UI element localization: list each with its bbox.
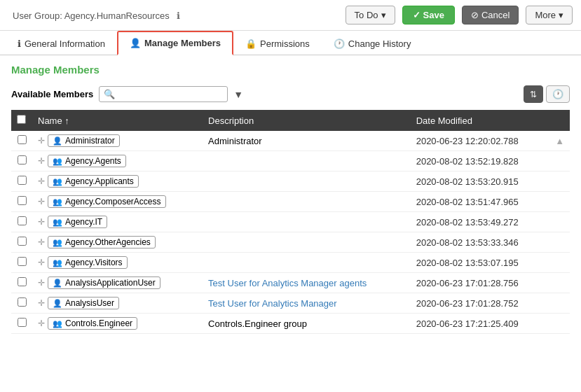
row-name-cell: ✛👥Agency.Agents — [32, 151, 203, 172]
row-name-cell: ✛👥Agency.OtherAgencies — [32, 232, 203, 253]
available-members-label: Available Members — [11, 89, 93, 99]
drag-handle-icon[interactable]: ✛ — [38, 298, 45, 308]
row-name-cell: ✛👥Agency.Applicants — [32, 172, 203, 192]
group-member-tag[interactable]: 👥Agency.Applicants — [48, 175, 139, 188]
row-checkbox[interactable] — [18, 216, 27, 225]
row-checkbox-cell — [11, 151, 32, 172]
drag-handle-icon[interactable]: ✛ — [38, 176, 45, 186]
table-row: ✛👥Agency.Visitors2020-08-02 13:53:07.195 — [11, 253, 570, 273]
row-action-cell — [549, 192, 570, 212]
description-link[interactable]: Test User for Analytics Manager agents — [208, 278, 367, 288]
row-description-cell — [203, 253, 411, 273]
user-member-tag[interactable]: 👤AnalysisUser — [48, 297, 119, 309]
row-action-cell — [549, 253, 570, 273]
row-description-cell — [203, 212, 411, 232]
drag-handle-icon[interactable]: ✛ — [38, 217, 45, 227]
sort-button[interactable]: ⇅ — [524, 85, 543, 103]
row-description-cell: Test User for Analytics Manager agents — [203, 273, 411, 293]
group-member-tag[interactable]: 👥Controls.Engineer — [48, 317, 137, 330]
drag-handle-icon[interactable]: ✛ — [38, 278, 45, 288]
group-member-tag[interactable]: 👥Agency.OtherAgencies — [48, 236, 156, 248]
name-column-header[interactable]: Name ↑ — [32, 110, 203, 131]
row-checkbox[interactable] — [18, 257, 27, 266]
member-name: Agency.IT — [65, 217, 102, 227]
row-date-cell: 2020-08-02 13:53:33.346 — [411, 232, 549, 253]
tab-permissions[interactable]: 🔒 Permissions — [233, 31, 322, 55]
table-row: ✛👥Agency.OtherAgencies2020-08-02 13:53:3… — [11, 232, 570, 253]
row-checkbox[interactable] — [18, 135, 27, 144]
drag-handle-icon[interactable]: ✛ — [38, 318, 45, 328]
table-row: ✛👤AnalysisApplicationUserTest User for A… — [11, 273, 570, 293]
members-table: Name ↑ Description Date Modified ✛👤Admin… — [11, 110, 570, 334]
description-text: Controls.Engineer group — [208, 318, 307, 329]
filter-icon[interactable]: ▼ — [233, 89, 243, 100]
group-member-tag[interactable]: 👥Agency.Agents — [48, 155, 126, 167]
tab-change-history[interactable]: 🕐 Change History — [322, 31, 423, 55]
drag-handle-icon[interactable]: ✛ — [38, 258, 45, 267]
table-row: ✛👥Controls.EngineerControls.Engineer gro… — [11, 314, 570, 334]
member-name: Administrator — [65, 136, 115, 146]
row-date-cell: 2020-06-23 17:01:28.752 — [411, 293, 549, 314]
row-name-cell: ✛👤AnalysisApplicationUser — [32, 273, 203, 293]
row-date-cell: 2020-06-23 12:20:02.788 — [411, 131, 549, 151]
search-input[interactable] — [118, 89, 223, 99]
row-checkbox[interactable] — [18, 176, 27, 185]
table-row: ✛👥Agency.IT2020-08-02 13:53:49.272 — [11, 212, 570, 232]
table-row: ✛👤AnalysisUserTest User for Analytics Ma… — [11, 293, 570, 314]
group-member-tag[interactable]: 👥Agency.IT — [48, 216, 107, 228]
row-checkbox[interactable] — [18, 155, 27, 164]
clock-icon: 🕐 — [552, 89, 563, 99]
member-name: Controls.Engineer — [65, 318, 132, 328]
drag-handle-icon[interactable]: ✛ — [38, 156, 45, 166]
tab-manage-members[interactable]: 👤 Manage Members — [117, 31, 233, 55]
row-checkbox[interactable] — [18, 298, 27, 307]
todo-button[interactable]: To Do ▾ — [346, 6, 395, 24]
cancel-button[interactable]: ⊘ Cancel — [462, 6, 519, 24]
section-title: Manage Members — [11, 64, 570, 76]
row-date-cell: 2020-06-23 17:01:28.756 — [411, 273, 549, 293]
row-checkbox[interactable] — [18, 318, 27, 327]
row-date-cell: 2020-08-02 13:53:07.195 — [411, 253, 549, 273]
group-member-tag[interactable]: 👥Agency.ComposerAccess — [48, 195, 166, 208]
user-member-tag[interactable]: 👤AnalysisApplicationUser — [48, 276, 160, 289]
available-members-controls: Available Members 🔍 ▼ ⇅ 🕐 — [11, 85, 570, 103]
description-link[interactable]: Test User for Analytics Manager — [208, 298, 337, 309]
row-checkbox[interactable] — [18, 237, 27, 246]
row-checkbox[interactable] — [18, 277, 27, 286]
member-name: Agency.Agents — [65, 156, 121, 166]
table-row: ✛👥Agency.ComposerAccess2020-08-02 13:51:… — [11, 192, 570, 212]
tabs-bar: ℹ General Information 👤 Manage Members 🔒… — [0, 31, 581, 55]
row-checkbox[interactable] — [18, 196, 27, 205]
group-icon: 👥 — [53, 177, 62, 186]
user-tab-icon: 👤 — [130, 38, 141, 48]
drag-handle-icon[interactable]: ✛ — [38, 197, 45, 206]
row-date-cell: 2020-08-02 13:51:47.965 — [411, 192, 549, 212]
row-action-cell: ▲ — [549, 131, 570, 151]
group-icon: 👥 — [53, 157, 62, 166]
tab-general-information[interactable]: ℹ General Information — [6, 31, 117, 55]
row-name-cell: ✛👥Agency.IT — [32, 212, 203, 232]
row-date-cell: 2020-06-23 17:21:25.409 — [411, 314, 549, 334]
drag-handle-icon[interactable]: ✛ — [38, 136, 45, 146]
row-description-cell: Administrator — [203, 131, 411, 151]
chevron-down-icon: ▾ — [381, 10, 386, 20]
info-icon[interactable]: ℹ — [177, 10, 180, 21]
row-description-cell — [203, 172, 411, 192]
user-icon: 👤 — [53, 279, 62, 288]
page-title: User Group: Agency.HumanResources ℹ — [8, 9, 339, 21]
row-checkbox-cell — [11, 172, 32, 192]
table-row: ✛👥Agency.Applicants2020-08-02 13:53:20.9… — [11, 172, 570, 192]
clock-button[interactable]: 🕐 — [546, 85, 570, 103]
group-icon: 👥 — [53, 197, 62, 206]
user-member-tag[interactable]: 👤Administrator — [48, 134, 120, 147]
drag-handle-icon[interactable]: ✛ — [38, 237, 45, 247]
scroll-column — [549, 110, 570, 131]
more-button[interactable]: More ▾ — [526, 6, 573, 24]
sort-icon: ⇅ — [530, 90, 537, 99]
select-all-checkbox[interactable] — [17, 115, 26, 124]
group-member-tag[interactable]: 👥Agency.Visitors — [48, 256, 128, 269]
member-name: Agency.Applicants — [65, 176, 134, 186]
save-button[interactable]: ✓ Save — [402, 6, 455, 24]
table-row: ✛👥Agency.Agents2020-08-02 13:52:19.828 — [11, 151, 570, 172]
row-action-cell — [549, 273, 570, 293]
